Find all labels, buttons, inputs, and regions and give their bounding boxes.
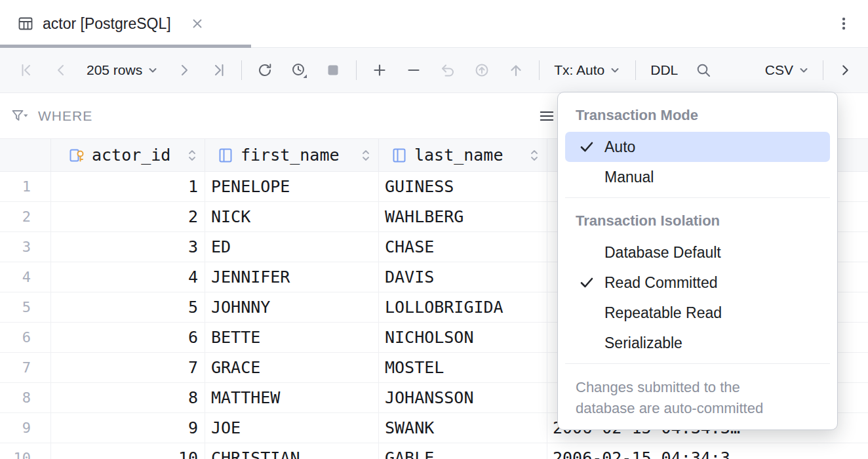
menu-item-manual[interactable]: Manual — [565, 162, 830, 192]
sort-icon[interactable] — [530, 148, 539, 163]
last-page-button[interactable] — [207, 59, 229, 81]
cell-first-name[interactable]: CHRISTIAN — [205, 443, 379, 459]
filter-options-button[interactable] — [539, 108, 555, 125]
column-icon — [217, 147, 234, 164]
cell-first-name[interactable]: ED — [205, 232, 379, 262]
menu-item-repeatable-read[interactable]: Repeatable Read — [565, 298, 830, 328]
column-header-last-name[interactable]: last_name — [379, 139, 547, 171]
cell-actor-id[interactable]: 6 — [51, 323, 205, 352]
toolbar-separator — [356, 60, 357, 80]
row-number[interactable]: 9 — [0, 413, 51, 443]
row-number[interactable]: 10 — [0, 443, 51, 459]
ddl-button[interactable]: DDL — [648, 58, 681, 83]
revert-button[interactable] — [437, 59, 459, 81]
where-keyword: WHERE — [38, 108, 92, 124]
cell-actor-id[interactable]: 9 — [51, 413, 205, 443]
sort-icon[interactable] — [187, 148, 197, 163]
cell-actor-id[interactable]: 1 — [51, 172, 205, 201]
tab-actor-postgresql[interactable]: actor [PostgreSQL] — [0, 0, 218, 47]
arrow-up-icon — [507, 62, 524, 79]
cell-last-name[interactable]: GABLE — [379, 443, 547, 459]
search-icon — [695, 62, 712, 79]
cell-last-name[interactable]: LOLLOBRIGIDA — [379, 292, 547, 322]
cell-first-name[interactable]: JOHNNY — [205, 292, 379, 322]
cell-actor-id[interactable]: 3 — [51, 232, 205, 262]
add-row-button[interactable] — [368, 59, 391, 81]
row-number[interactable]: 3 — [0, 232, 51, 262]
column-header-first-name[interactable]: first_name — [205, 139, 379, 171]
undo-icon — [439, 62, 456, 79]
stop-button[interactable] — [322, 59, 344, 81]
next-page-icon — [176, 62, 193, 79]
row-number[interactable]: 5 — [0, 292, 51, 322]
ddl-label: DDL — [650, 62, 678, 78]
cell-first-name[interactable]: PENELOPE — [205, 172, 379, 201]
cell-last-name[interactable]: CHASE — [379, 232, 547, 262]
cell-last-name[interactable]: NICHOLSON — [379, 323, 547, 352]
reload-data-button[interactable] — [254, 59, 276, 81]
page-size-dropdown[interactable]: 205 rows — [84, 58, 161, 83]
delete-row-button[interactable] — [403, 59, 425, 81]
cell-last-name[interactable]: JOHANSSON — [379, 383, 547, 412]
toolbar-separator — [823, 60, 823, 80]
cell-last-update[interactable]: 2006-02-15 04:34:3… — [547, 443, 868, 459]
checkmark-icon — [578, 138, 595, 155]
tab-title: actor [PostgreSQL] — [43, 15, 171, 33]
previous-page-button[interactable] — [50, 59, 72, 81]
export-format-dropdown[interactable]: CSV — [762, 58, 812, 83]
row-number[interactable]: 1 — [0, 172, 51, 201]
column-icon — [391, 147, 408, 164]
menu-item-label: Database Default — [604, 244, 721, 262]
cell-actor-id[interactable]: 2 — [51, 202, 205, 231]
tx-mode-dropdown[interactable]: Tx: Auto — [551, 58, 623, 83]
auto-refresh-button[interactable] — [288, 59, 310, 81]
cell-actor-id[interactable]: 7 — [51, 353, 205, 382]
row-number[interactable]: 2 — [0, 202, 51, 231]
cell-last-name[interactable]: MOSTEL — [379, 353, 547, 382]
cell-last-name[interactable]: DAVIS — [379, 262, 547, 292]
menu-item-read-committed[interactable]: Read Committed — [565, 268, 830, 298]
reload-icon — [256, 62, 273, 79]
cell-last-name[interactable]: WAHLBERG — [379, 202, 547, 231]
more-toolbar-button[interactable] — [834, 59, 856, 81]
cell-last-name[interactable]: GUINESS — [379, 172, 547, 201]
menu-item-auto[interactable]: Auto — [565, 132, 830, 162]
column-header-actor-id[interactable]: actor_id — [51, 139, 205, 171]
cell-actor-id[interactable]: 4 — [51, 262, 205, 292]
submit-button[interactable] — [471, 59, 493, 81]
cell-actor-id[interactable]: 10 — [51, 443, 205, 459]
cell-first-name[interactable]: GRACE — [205, 353, 379, 382]
tab-options-button[interactable] — [835, 15, 852, 32]
row-number[interactable]: 7 — [0, 353, 51, 382]
export-format-label: CSV — [765, 62, 793, 78]
menu-item-serializable[interactable]: Serializable — [565, 328, 830, 358]
cell-first-name[interactable]: JENNIFER — [205, 262, 379, 292]
row-number[interactable]: 4 — [0, 262, 51, 292]
last-page-icon — [210, 62, 227, 79]
row-number[interactable]: 8 — [0, 383, 51, 412]
cell-first-name[interactable]: MATTHEW — [205, 383, 379, 412]
search-button[interactable] — [692, 59, 715, 81]
toolbar-right-group: CSV — [762, 58, 856, 83]
cell-actor-id[interactable]: 8 — [51, 383, 205, 412]
cell-actor-id[interactable]: 5 — [51, 292, 205, 322]
row-number-header[interactable] — [0, 139, 51, 171]
menu-section-header: Transaction Mode — [558, 98, 837, 132]
submit-arrow-circle-icon — [473, 62, 490, 79]
stop-icon — [325, 62, 342, 79]
cell-first-name[interactable]: JOE — [205, 413, 379, 443]
chevron-down-icon — [798, 64, 810, 76]
next-page-button[interactable] — [173, 59, 195, 81]
tab-close-button[interactable] — [190, 16, 205, 31]
cell-first-name[interactable]: BETTE — [205, 323, 379, 352]
row-number[interactable]: 6 — [0, 323, 51, 352]
menu-item-label: Repeatable Read — [604, 304, 722, 322]
sort-icon[interactable] — [361, 148, 370, 163]
column-name: actor_id — [92, 146, 170, 165]
cell-first-name[interactable]: NICK — [205, 202, 379, 231]
kebab-menu-icon — [835, 15, 852, 32]
menu-item-database-default[interactable]: Database Default — [565, 237, 830, 268]
cell-last-name[interactable]: SWANK — [379, 413, 547, 443]
first-page-button[interactable] — [16, 59, 38, 81]
commit-button[interactable] — [505, 59, 527, 81]
